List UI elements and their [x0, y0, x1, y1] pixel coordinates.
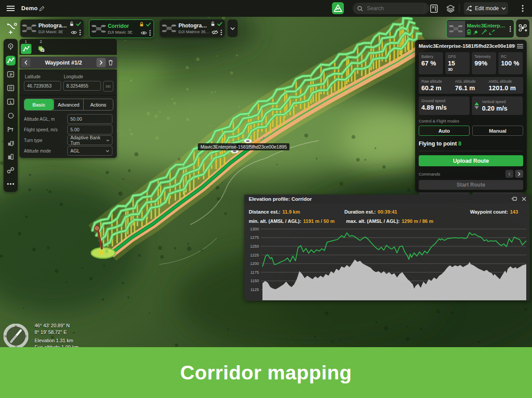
device-kebab-icon[interactable]: [509, 26, 511, 32]
svg-text:P: P: [42, 49, 43, 52]
toolbar-item-corridor[interactable]: [6, 83, 15, 93]
gps-status-icon: [473, 29, 479, 35]
waypoint-title: Waypoint #1/2: [31, 60, 96, 66]
tab-advanced[interactable]: Advanced: [54, 99, 83, 110]
app-logo-button[interactable]: [332, 2, 344, 14]
toolbar-item-placemark[interactable]: [6, 42, 15, 52]
chevron-down-icon: [106, 139, 109, 142]
drone-map-label: Mavic3Enterprise-1581f5fhd23ce00e1895: [198, 143, 289, 150]
telemetry-tile: Telemetry99%: [472, 52, 496, 74]
hamburger-menu-button[interactable]: [6, 4, 15, 13]
vertical-speed-tile: Vertical speed0.20 m/s: [472, 96, 523, 115]
altitude-mode-select[interactable]: AGL: [67, 146, 112, 156]
mission-tab-corridor-selected[interactable]: Corridor DJI Mavic 3E: [89, 19, 154, 38]
visibility-eye-icon[interactable]: [141, 31, 147, 35]
flying-to-status: Flying to point 8: [419, 141, 523, 147]
visibility-eye-icon[interactable]: [71, 31, 77, 34]
auto-mode-button[interactable]: Auto: [419, 126, 470, 136]
longitude-input[interactable]: [63, 81, 101, 91]
layers-button[interactable]: [446, 4, 455, 13]
mission-list-expand-button[interactable]: [227, 19, 238, 37]
vertical-speed-arrows: [474, 102, 479, 109]
pin-panel-icon[interactable]: [511, 196, 517, 202]
segment-tab-photogrammetry[interactable]: P: [36, 44, 46, 54]
toolbar-item-circle-route[interactable]: [6, 111, 15, 120]
manual-mode-button[interactable]: Manual: [472, 126, 523, 136]
topbar-kebab-menu[interactable]: [519, 4, 527, 13]
previous-waypoint-button[interactable]: [21, 58, 31, 67]
telemetry-list-icon[interactable]: [517, 44, 523, 49]
commands-next-button[interactable]: [515, 170, 523, 178]
flight-speed-input[interactable]: 5.00: [67, 125, 112, 134]
elevation-panel-header[interactable]: Elevation profile: Corridor: [244, 195, 530, 203]
add-route-icon[interactable]: [5, 21, 19, 35]
mission-tab-title: Photogramm...: [178, 23, 210, 29]
compass[interactable]: N S E W: [4, 324, 28, 347]
mission-log-button[interactable]: [429, 4, 439, 13]
upload-route-button[interactable]: Upload Route: [419, 155, 523, 166]
toolbar-item-photogrammetry[interactable]: P: [6, 69, 15, 79]
svg-text:P: P: [10, 73, 12, 77]
tab-basic[interactable]: Basic: [24, 99, 54, 110]
rc-tile: RC100 %: [498, 52, 523, 74]
start-route-button[interactable]: Start Route: [419, 180, 523, 190]
segment-tab-waypoints[interactable]: [21, 44, 31, 54]
synced-check-icon: [146, 23, 151, 27]
toolbar-item-facade-scan[interactable]: [6, 124, 15, 134]
divider: [419, 151, 523, 151]
search-input[interactable]: [366, 5, 416, 12]
mission-tab-photogrammetry-2[interactable]: Photogramm... DJI Matrice 350 RT...: [160, 19, 225, 37]
search-icon: [357, 6, 363, 11]
toolbar-item-merge-routes[interactable]: [6, 165, 15, 175]
duration-estimate: Duration est.: 00:39:41: [344, 207, 397, 215]
latitude-input[interactable]: [24, 81, 61, 91]
toolbar-item-more[interactable]: [6, 179, 15, 189]
compass-w: W: [4, 335, 8, 338]
toolbar-item-building-scan[interactable]: [6, 152, 15, 161]
search-box[interactable]: [353, 3, 429, 14]
telemetry-status-icon: [481, 29, 487, 35]
delete-waypoint-button[interactable]: [106, 58, 115, 67]
close-icon[interactable]: [522, 197, 526, 201]
altitude-tile: Raw altitude60.2 m AGL altitude76.1 m AM…: [419, 77, 523, 94]
battery-tile: Battery67 %: [419, 52, 443, 74]
visibility-off-icon[interactable]: [212, 30, 218, 35]
svg-text:1225: 1225: [250, 253, 259, 257]
mission-kebab-icon[interactable]: [149, 30, 151, 36]
mission-tab-drone: DJI Matrice 350 RT...: [178, 29, 210, 34]
mission-kebab-icon[interactable]: [220, 30, 222, 35]
edit-title-pencil-icon[interactable]: [38, 5, 45, 12]
connected-drone-card[interactable]: Mavic3Enterprise...: [446, 19, 514, 38]
edit-mode-dropdown[interactable]: Edit mode: [464, 2, 508, 15]
min-altitude: min. alt. (AMSL / AGL): 1191 m / 50 m: [249, 217, 335, 225]
mission-tab-drone: DJI Mavic 3E: [108, 30, 139, 34]
drone-thumbnail: [447, 21, 465, 37]
next-waypoint-button[interactable]: [96, 58, 106, 67]
mission-tab-photogrammetry-1[interactable]: Photogramm... DJI Mavic 3E: [20, 19, 84, 37]
coordinate-lon: 8° 19' 58.72" E: [35, 329, 70, 336]
synced-check-icon: [217, 22, 222, 26]
topbar-divider: [424, 4, 424, 13]
svg-text:1300: 1300: [250, 227, 259, 231]
coordinate-lat: 46° 43' 20.89" N: [35, 322, 70, 329]
mission-kebab-icon[interactable]: [79, 30, 81, 35]
drone-thumbnail: [160, 21, 178, 36]
top-app-bar: Demo Edit mode: [0, 0, 532, 17]
segment-tab-number-2: 2: [40, 39, 42, 44]
tab-actions[interactable]: Actions: [83, 99, 113, 110]
add-drone-button[interactable]: [516, 19, 529, 37]
toolbar-item-area-lidar[interactable]: L: [6, 97, 15, 107]
elevation-profile-panel: Elevation profile: Corridor Distance est…: [244, 195, 530, 301]
coordinate-format-button[interactable]: DD: [103, 81, 113, 92]
turn-type-select[interactable]: Adaptive Bank Turn: [67, 135, 112, 145]
chevron-down-icon: [230, 27, 235, 30]
commands-label: Commands: [419, 172, 440, 176]
toolbar-item-vertical-scan[interactable]: [6, 138, 15, 148]
latitude-label: Latitude: [25, 74, 41, 79]
altitude-agl-input[interactable]: 50.00: [67, 114, 112, 124]
toolbar-item-waypoint-route[interactable]: [6, 56, 15, 65]
elevation-chart[interactable]: 13001275125012251200117511501125: [245, 225, 529, 300]
commands-prev-button[interactable]: [505, 170, 513, 178]
flight-speed-label: Flight speed, m/s: [24, 127, 58, 132]
control-modes-label: Control & Flight modes: [419, 119, 523, 123]
